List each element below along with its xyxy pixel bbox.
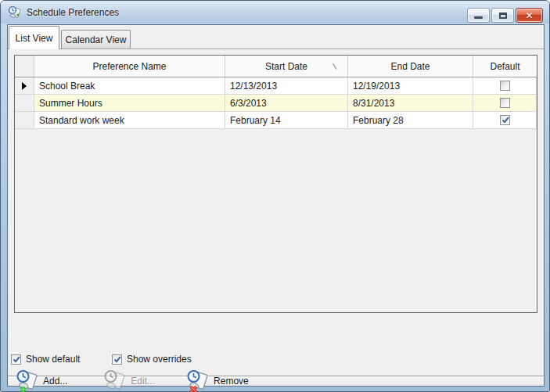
row-selector-cell[interactable] xyxy=(15,77,34,94)
grid-header-row: Preference Name Start Date End Date Defa… xyxy=(15,56,537,77)
add-schedule-icon xyxy=(15,369,40,392)
table-row-standard-work-week[interactable]: Standard work week February 14 February … xyxy=(15,112,537,129)
cell-default-checkbox[interactable] xyxy=(473,95,537,111)
client-area: List View Calendar View Preference Name … xyxy=(7,24,545,387)
column-header-label: End Date xyxy=(390,61,430,72)
cell-start-date: February 14 xyxy=(225,112,348,128)
tab-calendar-view[interactable]: Calendar View xyxy=(61,30,131,49)
add-button[interactable]: Add... xyxy=(12,365,73,392)
cell-preference-name: Summer Hours xyxy=(34,95,225,111)
remove-schedule-icon xyxy=(185,369,210,392)
column-header-preference-name[interactable]: Preference Name xyxy=(34,56,225,77)
close-button[interactable]: ✕ xyxy=(516,8,543,23)
add-button-label: Add... xyxy=(43,376,67,387)
default-checkbox[interactable] xyxy=(500,98,510,108)
row-selector-cell[interactable] xyxy=(15,95,34,111)
grid-corner-cell xyxy=(15,56,34,77)
sort-indicator-icon xyxy=(332,63,338,70)
default-checkbox[interactable] xyxy=(500,115,510,125)
show-overrides-filter[interactable]: Show overrides xyxy=(112,354,192,365)
cell-preference-name: School Break xyxy=(34,77,225,94)
maximize-button[interactable] xyxy=(491,8,514,23)
edit-schedule-icon xyxy=(102,369,128,392)
tab-list-view[interactable]: List View xyxy=(9,26,59,49)
edit-button-label: Edit... xyxy=(131,376,155,387)
column-header-label: Preference Name xyxy=(92,61,166,72)
show-overrides-checkbox[interactable] xyxy=(112,354,122,365)
window-title: Schedule Preferences xyxy=(27,7,119,18)
cell-end-date: 12/19/2013 xyxy=(348,77,473,94)
current-row-arrow-icon xyxy=(22,82,27,90)
show-default-filter[interactable]: Show default xyxy=(11,354,80,365)
edit-button[interactable]: Edit... xyxy=(99,365,160,392)
maximize-icon xyxy=(499,13,507,19)
minimize-icon xyxy=(474,16,483,19)
column-header-label: Default xyxy=(490,61,519,72)
cell-preference-name: Standard work week xyxy=(34,112,225,128)
cell-end-date: 8/31/2013 xyxy=(348,95,473,111)
titlebar[interactable]: Schedule Preferences ✕ xyxy=(1,1,549,23)
show-overrides-label: Show overrides xyxy=(127,354,192,365)
schedule-app-icon xyxy=(8,5,22,20)
tab-calendar-view-label: Calendar View xyxy=(66,34,127,45)
remove-button[interactable]: Remove xyxy=(182,365,254,392)
bottom-toolbar: Add... Edit... xyxy=(8,376,544,386)
show-default-label: Show default xyxy=(26,354,80,365)
cell-start-date: 12/13/2013 xyxy=(225,77,348,94)
column-header-start-date[interactable]: Start Date xyxy=(225,56,348,77)
table-row-summer-hours[interactable]: Summer Hours 6/3/2013 8/31/2013 xyxy=(15,95,537,112)
column-header-end-date[interactable]: End Date xyxy=(348,56,473,77)
tab-list-view-label: List View xyxy=(16,33,53,44)
cell-default-checkbox[interactable] xyxy=(473,77,537,94)
minimize-button[interactable] xyxy=(467,8,490,23)
cell-start-date: 6/3/2013 xyxy=(225,95,348,111)
close-icon: ✕ xyxy=(525,10,533,21)
schedule-grid: Preference Name Start Date End Date Defa… xyxy=(14,55,537,313)
list-view-page: Preference Name Start Date End Date Defa… xyxy=(8,49,544,386)
column-header-label: Start Date xyxy=(265,61,307,72)
window-frame: Schedule Preferences ✕ List View Calenda… xyxy=(0,0,550,392)
row-selector-cell[interactable] xyxy=(15,112,34,128)
show-default-checkbox[interactable] xyxy=(11,354,21,365)
column-header-default[interactable]: Default xyxy=(473,56,537,77)
remove-button-label: Remove xyxy=(214,376,249,387)
default-checkbox[interactable] xyxy=(500,81,510,91)
table-row-school-break[interactable]: School Break 12/13/2013 12/19/2013 xyxy=(15,77,537,95)
cell-end-date: February 28 xyxy=(348,112,473,128)
cell-default-checkbox[interactable] xyxy=(473,112,537,128)
